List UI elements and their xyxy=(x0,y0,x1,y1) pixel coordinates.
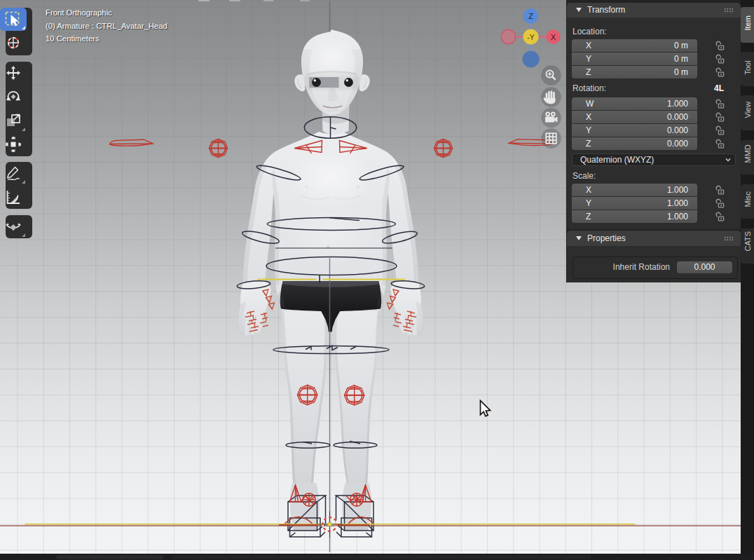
svg-text:Z: Z xyxy=(528,12,533,20)
svg-text:-Y: -Y xyxy=(527,33,535,41)
svg-text:X: X xyxy=(551,33,556,41)
